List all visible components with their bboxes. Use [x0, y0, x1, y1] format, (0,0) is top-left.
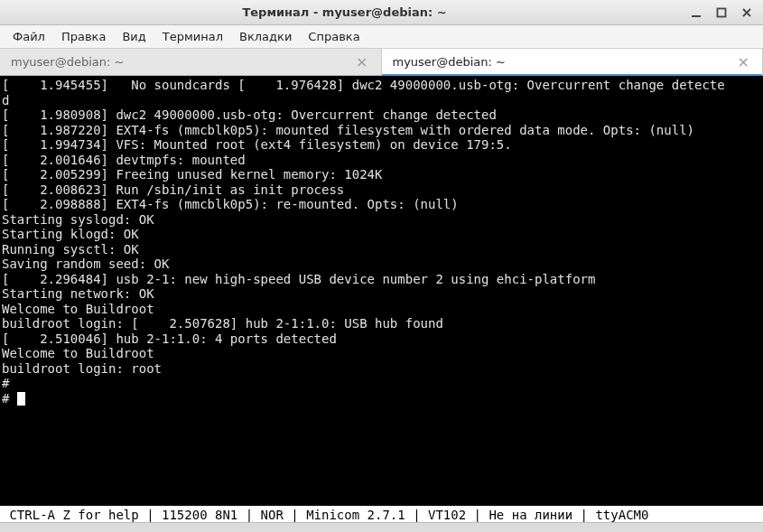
tab-1[interactable]: myuser@debian: ~ × [382, 49, 764, 75]
terminal-line: # [2, 376, 763, 391]
minicom-statusbar: CTRL-A Z for help | 115200 8N1 | NOR | M… [0, 506, 763, 523]
terminal-line: Welcome to Buildroot [2, 346, 763, 361]
terminal-line: [ 2.510046] hub 2-1:1.0: 4 ports detecte… [2, 331, 763, 347]
close-icon [741, 7, 752, 18]
terminal-output[interactable]: [ 1.945455] No soundcards [ 1.976428] dw… [0, 76, 763, 506]
tab-close-button[interactable]: × [354, 53, 369, 70]
terminal-line: buildroot login: [ 2.507628] hub 2-1:1.0… [2, 316, 763, 331]
terminal-cursor [17, 392, 25, 406]
maximize-button[interactable] [714, 5, 729, 20]
minimize-button[interactable] [689, 5, 703, 20]
terminal-line: [ 2.005299] Freeing unused kernel memory… [2, 167, 763, 182]
terminal-line: Starting syslogd: OK [2, 212, 763, 228]
window-controls [689, 5, 763, 20]
menu-tabs[interactable]: Вкладки [232, 27, 299, 46]
minimize-icon [691, 7, 702, 18]
terminal-line: Running sysctl: OK [2, 242, 763, 257]
terminal-line: [ 1.945455] No soundcards [ 1.976428] dw… [2, 78, 763, 93]
tab-close-button[interactable]: × [736, 53, 751, 70]
tab-label: myuser@debian: ~ [393, 55, 506, 69]
window-titlebar: Терминал - myuser@debian: ~ [0, 0, 763, 25]
bottom-panel-strip [0, 522, 763, 532]
menu-edit[interactable]: Правка [54, 27, 113, 46]
terminal-line: [ 1.987220] EXT4-fs (mmcblk0p5): mounted… [2, 123, 763, 138]
terminal-line: [ 1.994734] VFS: Mounted root (ext4 file… [2, 137, 763, 153]
terminal-line: Starting klogd: OK [2, 227, 763, 242]
terminal-line: Starting network: OK [2, 286, 763, 302]
terminal-line: # [2, 391, 763, 406]
svg-rect-0 [692, 15, 701, 17]
close-button[interactable] [740, 5, 754, 20]
terminal-line: [ 2.296484] usb 2-1: new high-speed USB … [2, 272, 763, 287]
tab-label: myuser@debian: ~ [11, 55, 124, 69]
terminal-line: d [2, 93, 763, 108]
menubar: Файл Правка Вид Терминал Вкладки Справка [0, 25, 763, 49]
tab-strip: myuser@debian: ~ × myuser@debian: ~ × [0, 49, 763, 76]
menu-file[interactable]: Файл [5, 27, 52, 46]
terminal-line: Welcome to Buildroot [2, 302, 763, 317]
terminal-line: [ 2.098888] EXT4-fs (mmcblk0p5): re-moun… [2, 197, 763, 212]
terminal-line: Saving random seed: OK [2, 257, 763, 272]
menu-view[interactable]: Вид [115, 27, 153, 46]
tab-0[interactable]: myuser@debian: ~ × [0, 49, 382, 75]
menu-terminal[interactable]: Терминал [155, 27, 230, 46]
terminal-line: [ 2.008623] Run /sbin/init as init proce… [2, 182, 763, 198]
window-title: Терминал - myuser@debian: ~ [0, 5, 689, 19]
terminal-line: buildroot login: root [2, 361, 763, 377]
menu-help[interactable]: Справка [301, 27, 367, 46]
svg-rect-1 [718, 8, 726, 16]
terminal-line: [ 1.980908] dwc2 49000000.usb-otg: Overc… [2, 107, 763, 123]
terminal-line: [ 2.001646] devtmpfs: mounted [2, 153, 763, 168]
maximize-icon [716, 7, 727, 18]
